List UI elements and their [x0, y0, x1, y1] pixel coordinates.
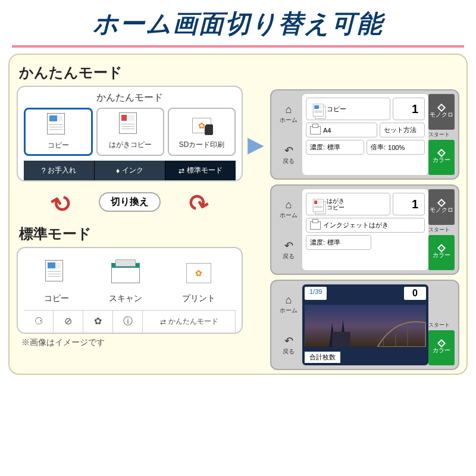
printer-icon: [310, 126, 321, 134]
back-button[interactable]: ↶戻る: [283, 239, 295, 261]
std-mode-box: コピー スキャン ✿ プリント ⚆ ⊘ ✿ ⓘ ⇄かんたんモード: [17, 247, 243, 334]
start-label: スタート: [428, 131, 455, 139]
std-mode-label: 標準モード: [19, 224, 243, 243]
home-button[interactable]: ⌂ホーム: [280, 294, 298, 315]
hagaki-icon: [100, 114, 161, 137]
easy-mode-button[interactable]: ⇄かんたんモード: [143, 311, 236, 333]
color-start-button[interactable]: カラー: [428, 330, 455, 366]
hagaki-screen: ⌂ホーム ↶戻る はがき コピー 1 インクジェットはがき 濃度:標準 モノクロ…: [270, 184, 459, 275]
start-label: スタート: [428, 226, 455, 234]
info-icon[interactable]: ⓘ: [113, 311, 143, 333]
arrow-right-icon: ▶: [248, 132, 265, 157]
scan-icon: [109, 255, 142, 291]
back-icon: ↶: [283, 334, 295, 347]
right-column: ⌂ホーム ↶戻る コピー 1 A4 セット方法 濃度:標準 倍率:100% モノ…: [270, 61, 459, 370]
count-field[interactable]: 1: [393, 193, 425, 215]
copy-screen: ⌂ホーム ↶戻る コピー 1 A4 セット方法 濃度:標準 倍率:100% モノ…: [270, 89, 459, 180]
easy-mode-header: かんたんモード: [24, 92, 236, 104]
main-panel: かんたんモード かんたんモード コピー はがきコピー ✿ SDカード印刷 ?お手…: [8, 54, 468, 375]
mono-start-button[interactable]: モノクロ: [428, 94, 455, 130]
std-tile-print[interactable]: ✿ プリント: [182, 255, 215, 304]
home-button[interactable]: ⌂ホーム: [280, 199, 298, 220]
ratio-card[interactable]: 倍率:100%: [367, 140, 425, 155]
print-icon: ✿: [182, 255, 215, 291]
swap-icon: ⇄: [160, 318, 166, 326]
easy-mode-box: かんたんモード コピー はがきコピー ✿ SDカード印刷 ?お手入れ ♦インク: [17, 86, 243, 181]
ink-drop-icon: ♦: [116, 167, 120, 175]
switch-pill: 切り換え: [99, 192, 161, 212]
home-icon: ⌂: [280, 104, 298, 116]
standard-mode-button[interactable]: ⇄標準モード: [165, 161, 236, 180]
photo-preview[interactable]: ›: [305, 305, 426, 347]
page-indicator: 1/39: [305, 287, 327, 300]
back-icon: ↶: [283, 239, 295, 252]
color-start-button[interactable]: カラー: [428, 140, 455, 176]
start-label: スタート: [428, 321, 455, 329]
gear-icon[interactable]: ✿: [83, 311, 113, 333]
tile-copy-label: コピー: [28, 140, 89, 151]
svg-rect-3: [332, 332, 350, 347]
back-button[interactable]: ↶戻る: [283, 144, 295, 165]
sd-print-icon: ✿: [171, 114, 232, 137]
wireless-icon[interactable]: ⚆: [24, 311, 54, 333]
total-count-label: 合計枚数: [305, 352, 340, 363]
paper-card[interactable]: インクジェットはがき: [306, 218, 425, 233]
divider: [12, 45, 464, 48]
copy-icon: [44, 255, 69, 291]
back-button[interactable]: ↶戻る: [283, 334, 295, 356]
easy-mode-label: かんたんモード: [19, 63, 243, 82]
page-title: ホーム画面切り替え可能: [0, 0, 476, 45]
color-start-button[interactable]: カラー: [428, 235, 455, 271]
footnote: ※画像はイメージです: [21, 337, 243, 348]
tile-hagaki-copy[interactable]: はがきコピー: [96, 108, 164, 156]
home-icon: ⌂: [280, 294, 298, 306]
switch-area: ↻ 切り換え ↻: [17, 184, 243, 220]
mono-start-button[interactable]: モノクロ: [428, 189, 455, 225]
curved-arrow-icon: ↻: [181, 186, 212, 220]
link-icon[interactable]: ⊘: [54, 311, 83, 333]
cityscape-image: [305, 305, 426, 347]
tile-hagaki-label: はがきコピー: [100, 140, 161, 150]
home-button[interactable]: ⌂ホーム: [280, 104, 298, 124]
printer-icon: [310, 221, 321, 230]
tile-sd-print[interactable]: ✿ SDカード印刷: [168, 108, 236, 156]
help-icon: ?: [42, 167, 46, 175]
count-field[interactable]: 1: [393, 98, 425, 120]
tile-sd-label: SDカード印刷: [171, 140, 232, 150]
left-column: かんたんモード かんたんモード コピー はがきコピー ✿ SDカード印刷 ?お手…: [17, 61, 243, 370]
copy-icon: [28, 114, 89, 138]
set-method-card[interactable]: セット方法: [380, 123, 425, 137]
std-tile-copy[interactable]: コピー: [44, 255, 69, 304]
back-icon: ↶: [283, 144, 295, 157]
swap-icon: ⇄: [178, 167, 184, 175]
photo-screen: ⌂ホーム ↶戻る 1/39 0: [270, 280, 459, 370]
hagaki-card[interactable]: はがき コピー: [306, 193, 390, 215]
copy-card[interactable]: コピー: [306, 98, 390, 120]
curved-arrow-icon: ↻: [47, 187, 78, 221]
density-card[interactable]: 濃度:標準: [306, 235, 371, 250]
density-card[interactable]: 濃度:標準: [306, 140, 364, 155]
paper-card[interactable]: A4: [306, 123, 377, 137]
ink-button[interactable]: ♦インク: [95, 161, 165, 180]
std-tile-scan[interactable]: スキャン: [109, 255, 142, 304]
maintenance-button[interactable]: ?お手入れ: [24, 161, 95, 180]
tile-copy[interactable]: コピー: [24, 108, 93, 156]
home-icon: ⌂: [280, 199, 298, 211]
photo-count-badge: 0: [404, 287, 426, 300]
